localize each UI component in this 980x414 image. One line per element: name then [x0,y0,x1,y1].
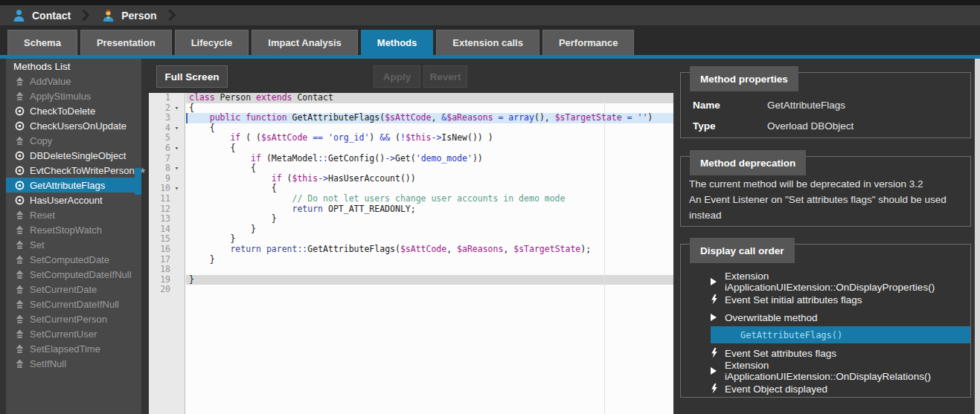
tab-schema[interactable]: Schema [7,30,77,55]
code-token: ( [390,132,400,143]
sidebar-item-setcurrentuser[interactable]: SetCurrentUser [6,326,141,341]
breadcrumb-item-contact[interactable]: Contact [12,8,71,22]
sidebar-item-addvalue[interactable]: AddValue [6,74,141,88]
call-order-item-extension-iapplicationuiextension-ondisplayrelations-[interactable]: Extension iApplicationUIExtension::OnDis… [681,362,970,380]
tab-performance[interactable]: Performance [542,30,634,55]
fold-marker-icon[interactable]: ▾ [170,103,183,114]
sidebar-item-hasuseraccount[interactable]: HasUserAccount [6,193,141,207]
code-line-16[interactable]: return parent::GetAttributeFlags($sAttCo… [186,245,673,255]
event-bolt-icon [711,348,725,358]
sidebar-item-checkusersonupdate[interactable]: CheckUsersOnUpdate [6,118,141,133]
code-token: $sTargetState [513,244,580,254]
expand-arrow-icon[interactable] [711,314,725,321]
code-line-1[interactable]: class Person extends Contact [186,93,673,103]
sidebar-item-label: SetCurrentUser [30,329,97,340]
code-line-19[interactable]: } [186,275,673,285]
code-token: ); [580,244,591,254]
gutter-line-5: 5 [149,133,185,143]
fold-spacer [170,255,183,265]
code-line-15[interactable]: } [186,234,673,245]
sidebar-item-checktodelete[interactable]: CheckToDelete [6,103,141,118]
tab-impact-analysis[interactable]: Impact Analysis [252,30,358,55]
code-line-6[interactable]: { [186,143,673,154]
fold-spacer [170,275,183,285]
apply-button[interactable]: Apply [374,65,420,88]
code-line-3[interactable]: public function GetAttributeFlags($sAttC… [186,113,673,123]
tab-extension-calls[interactable]: Extension calls [436,30,539,55]
code-line-20[interactable] [186,285,673,295]
code-token: -> [385,153,395,164]
fold-marker-icon[interactable]: ▾ [170,164,183,174]
sidebar-item-dbdeletesingleobject[interactable]: DBDeleteSingleObject [6,148,141,163]
sidebar-item-setcomputeddateifnull[interactable]: SetComputedDateIfNull [6,267,141,282]
display-call-order-box: Display call order Extension iApplicatio… [680,244,971,398]
code-token: 'org_id' [328,132,369,143]
sidebar-item-getattributeflags[interactable]: GetAttributeFlags [6,178,141,193]
full-screen-button[interactable]: Full Screen [156,65,228,88]
code-line-10[interactable]: { [186,184,673,194]
overload-dot-icon [15,151,25,161]
call-order-label: Event Set initial attributes flags [725,294,862,305]
code-line-17[interactable]: } [186,255,673,265]
sidebar-item-setcurrentperson[interactable]: SetCurrentPerson [6,311,141,326]
property-label: Type [693,120,767,132]
property-value: Overload DBObject [767,120,854,132]
sidebar-item-setelapsedtime[interactable]: SetElapsedTime [6,341,141,356]
code-line-7[interactable]: if (MetaModel::GetConfig()->Get('demo_mo… [186,154,673,164]
call-order-item-event-object-displayed[interactable]: Event Object displayed [681,380,970,398]
right-panel-scrollbar[interactable] [975,59,980,414]
sidebar-item-evtchecktowriteperson[interactable]: EvtCheckToWritePerson★ [6,163,141,178]
sidebar-item-label: AddValue [30,76,71,87]
code-token: , [503,244,513,254]
expand-arrow-icon[interactable] [711,367,725,375]
sidebar-item-copy[interactable]: Copy [6,133,141,148]
code-token: array [508,112,534,123]
code-editor[interactable]: 12▾34▾56▾78▾910▾11121314151617181920 cla… [149,93,673,414]
code-line-5[interactable]: if ( ($sAttCode == 'org_id') && (!$this-… [186,133,673,143]
call-order-item-getattributeflags-[interactable]: GetAttributeFlags() [711,326,970,343]
code-line-8[interactable]: { [186,164,673,174]
gutter-line-12: 12 [149,204,185,215]
sidebar-item-resetstopwatch[interactable]: ResetStopWatch [6,222,141,237]
fold-spacer [170,234,183,245]
code-line-18[interactable] [186,265,673,275]
sidebar-scrollbar-thumb[interactable] [135,168,141,195]
fold-marker-icon[interactable]: ▾ [170,184,183,194]
sidebar-item-reset[interactable]: Reset [6,207,141,222]
breadcrumb-item-person[interactable]: Person [101,8,156,22]
code-token: if [272,173,282,184]
editor-code-area[interactable]: class Person extends Contact{ public fun… [186,93,673,414]
code-line-14[interactable]: } [186,224,673,235]
line-number: 15 [149,234,170,245]
code-token: 'demo_mode' [416,153,473,164]
tab-methods[interactable]: Methods [361,30,433,55]
sidebar-item-setcomputeddate[interactable]: SetComputedDate [6,252,141,267]
code-token [189,204,292,214]
sidebar-item-set[interactable]: Set [6,237,141,252]
sidebar-item-label: SetCurrentDateIfNull [30,299,119,310]
gutter-line-14: 14 [149,224,185,235]
property-row-type: TypeOverload DBObject [693,120,964,132]
code-line-11[interactable]: // Do not let users change user accounts… [186,194,673,204]
fold-marker-icon[interactable]: ▾ [170,143,183,154]
revert-button[interactable]: Revert [423,65,467,88]
call-order-item-event-set-initial-attributes-flags[interactable]: Event Set initial attributes flags [681,291,970,308]
method-properties-legend: Method properties [690,66,798,91]
method-properties-box: Method properties NameGetAttributeFlagsT… [680,72,971,138]
sidebar-item-applystimulus[interactable]: ApplyStimulus [6,88,141,103]
expand-arrow-icon[interactable] [711,278,725,285]
overload-dot-icon [15,121,25,131]
tab-lifecycle[interactable]: Lifecycle [175,30,249,55]
fold-marker-icon[interactable]: ▾ [170,123,183,134]
sidebar-item-setcurrentdateifnull[interactable]: SetCurrentDateIfNull [6,297,141,311]
line-number: 7 [149,154,170,164]
fold-spacer [170,154,183,164]
tab-presentation[interactable]: Presentation [80,30,172,55]
sidebar-item-setifnull[interactable]: SetIfNull [6,356,141,371]
call-order-item-overwritable-method[interactable]: Overwritable method [681,308,970,326]
call-order-item-extension-iapplicationuiextension-ondisplayproperties-[interactable]: Extension iApplicationUIExtension::OnDis… [681,273,970,291]
code-line-13[interactable]: } [186,214,673,224]
code-token: ! [400,132,406,143]
sidebar-item-setcurrentdate[interactable]: SetCurrentDate [6,282,141,297]
code-token [189,193,292,204]
